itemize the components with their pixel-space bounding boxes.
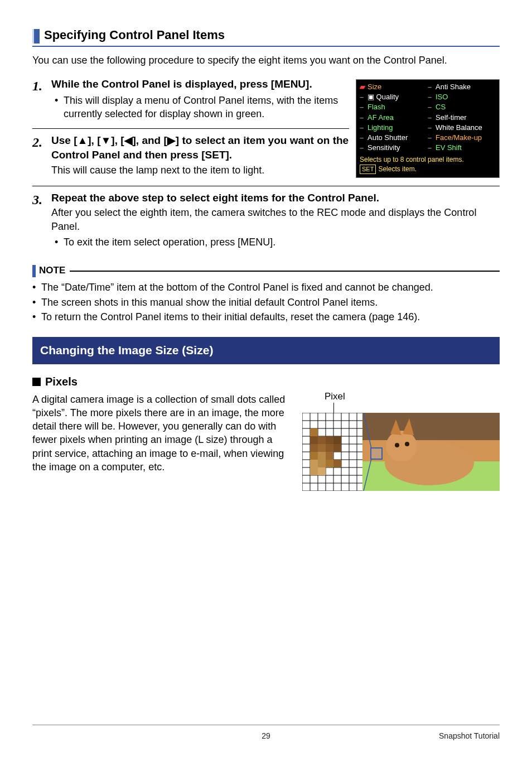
svg-rect-29 — [310, 460, 318, 467]
section-heading: Specifying Control Panel Items — [32, 27, 500, 47]
menu-item-label: Anti Shake — [436, 82, 471, 92]
pixels-body-text: A digital camera image is a collection o… — [32, 393, 302, 474]
subsection-title: Pixels — [45, 374, 78, 389]
cat-illustration-icon — [362, 413, 500, 491]
step-title: Use [▲], [▼], [◀], and [▶] to select an … — [51, 133, 349, 162]
svg-rect-17 — [310, 428, 318, 436]
svg-rect-34 — [318, 467, 326, 475]
section-title: Specifying Control Panel Items — [44, 27, 225, 44]
set-box-icon: SET — [360, 165, 376, 174]
table-row: –▣ Quality –ISO — [360, 92, 496, 102]
bullet-dot: • — [55, 235, 64, 249]
step-bullet: This will display a menu of Control Pane… — [64, 94, 349, 121]
check-icon: – — [428, 143, 433, 153]
table-row: –Lighting –White Balance — [360, 123, 496, 133]
step-subtext: After you select the eighth item, the ca… — [51, 206, 500, 233]
check-icon: – — [428, 92, 433, 102]
check-icon: – — [360, 113, 365, 123]
section-banner: Changing the Image Size (Size) — [32, 337, 500, 364]
menu-item-label: Sensitivity — [367, 143, 400, 153]
step-divider — [32, 186, 500, 186]
down-arrow-icon: ▼ — [101, 133, 112, 148]
sample-photo — [362, 413, 500, 491]
step-2: 2. Use [▲], [▼], [◀], and [▶] to select … — [32, 133, 349, 182]
svg-point-39 — [395, 443, 399, 447]
title-pre: Use [ — [51, 134, 77, 146]
footer-section-name: Snapshot Tutorial — [439, 731, 500, 741]
up-arrow-icon: ▲ — [77, 133, 88, 148]
svg-rect-19 — [318, 436, 326, 444]
svg-rect-20 — [326, 436, 333, 444]
svg-rect-31 — [326, 460, 333, 467]
note-item: To return the Control Panel items to the… — [41, 310, 420, 324]
step-number: 1. — [32, 77, 51, 120]
menu-item-label: EV Shift — [436, 143, 462, 153]
note-rule — [70, 271, 500, 272]
menu-item-label: Face/Make-up — [436, 133, 482, 143]
zoom-region-indicator — [370, 447, 383, 460]
step-title: While the Control Panel is displayed, pr… — [51, 77, 349, 91]
table-row: ▰Size –Anti Shake — [360, 82, 496, 92]
menu-item-label: Auto Shutter — [367, 133, 408, 143]
black-square-icon — [32, 378, 41, 386]
bullet-dot: • — [32, 281, 41, 294]
title-mid2: ], [ — [111, 134, 124, 146]
check-icon: – — [360, 102, 365, 112]
note-item: The “Date/Time” item at the bottom of th… — [41, 281, 433, 294]
menu-item-label: CS — [436, 102, 446, 112]
check-icon: – — [360, 133, 365, 143]
check-icon: – — [360, 143, 365, 153]
note-label: NOTE — [39, 264, 65, 277]
title-mid3: ], and [ — [133, 134, 167, 146]
check-icon: – — [360, 92, 365, 102]
svg-rect-21 — [333, 436, 341, 444]
svg-rect-32 — [333, 460, 341, 467]
note-item: The screen shots in this manual show the… — [41, 296, 378, 309]
page-number: 29 — [262, 731, 270, 741]
check-icon: – — [428, 102, 433, 112]
check-icon: – — [360, 123, 365, 133]
step-number: 2. — [32, 133, 51, 177]
svg-point-36 — [386, 431, 417, 462]
check-icon: – — [428, 133, 433, 143]
step-subtext: This will cause the lamp next to the ite… — [51, 163, 349, 177]
pixel-grid-icon — [302, 413, 364, 491]
subsection-heading: Pixels — [32, 374, 500, 389]
table-row: –Auto Shutter –Face/Make-up — [360, 133, 496, 143]
svg-rect-33 — [310, 467, 318, 475]
svg-rect-22 — [310, 444, 318, 452]
menu-item-label: Flash — [367, 102, 385, 112]
menu-footer-text: SET Selects item. — [360, 165, 496, 174]
step-3: 3. Repeat the above step to select eight… — [32, 191, 500, 255]
step-title: Repeat the above step to select eight it… — [51, 191, 500, 205]
pixel-figure: Pixel — [302, 393, 500, 474]
check-icon: ▰ — [360, 82, 365, 92]
svg-rect-28 — [326, 452, 333, 460]
menu-item-label: White Balance — [436, 123, 482, 133]
svg-marker-37 — [390, 420, 402, 435]
svg-rect-30 — [318, 460, 326, 467]
menu-item-label: ▣ Quality — [367, 92, 399, 102]
svg-rect-23 — [318, 444, 326, 452]
step-divider — [32, 128, 349, 129]
step-number: 3. — [32, 191, 51, 249]
table-row: –Flash –CS — [360, 102, 496, 112]
check-icon: – — [428, 113, 433, 123]
heading-accent-bar — [32, 29, 40, 44]
menu-item-label: Self-timer — [436, 113, 467, 123]
bullet-dot: • — [55, 94, 64, 121]
svg-rect-24 — [326, 444, 333, 452]
section-intro: You can use the following procedure to s… — [32, 54, 500, 67]
table-row: –AF Area –Self-timer — [360, 113, 496, 123]
pixel-label: Pixel — [325, 390, 345, 403]
right-arrow-icon: ▶ — [167, 133, 176, 148]
svg-point-40 — [405, 442, 409, 446]
menu-item-label: Lighting — [367, 123, 393, 133]
bullet-dot: • — [32, 310, 41, 324]
svg-rect-27 — [318, 452, 326, 460]
note-accent-bar — [32, 265, 36, 277]
step-1: 1. While the Control Panel is displayed,… — [32, 77, 349, 126]
table-row: –Sensitivity –EV Shift — [360, 143, 496, 153]
svg-marker-38 — [403, 418, 414, 435]
svg-rect-18 — [310, 436, 318, 444]
